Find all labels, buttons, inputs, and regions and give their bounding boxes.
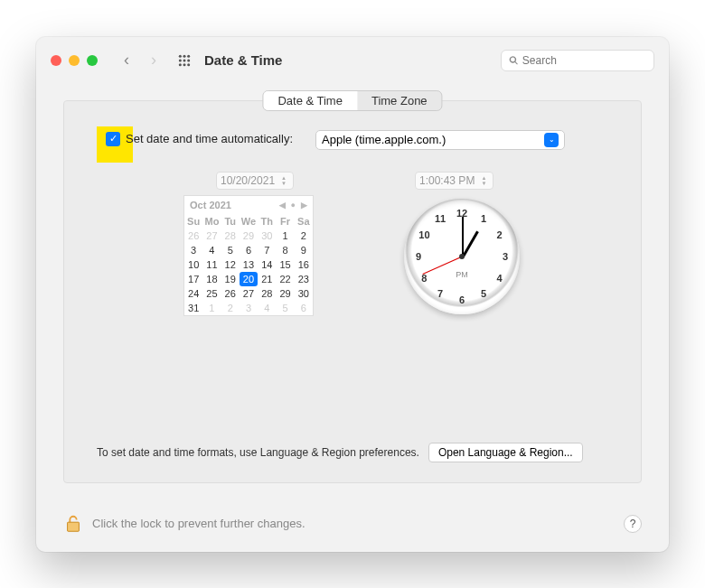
calendar-day[interactable]: 4	[202, 243, 221, 257]
back-button[interactable]: ‹	[116, 50, 137, 71]
calendar-day[interactable]: 20	[240, 272, 258, 286]
calendar-day[interactable]: 12	[221, 257, 240, 272]
calendar-day[interactable]: 3	[240, 301, 258, 315]
calendar-day[interactable]: 6	[240, 243, 258, 257]
calendar-day[interactable]: 31	[184, 301, 202, 315]
window-controls	[51, 55, 98, 66]
clock-number: 9	[416, 251, 421, 262]
close-button[interactable]	[51, 55, 61, 66]
zoom-button[interactable]	[87, 55, 98, 66]
calendar-day[interactable]: 28	[258, 286, 276, 301]
window-title: Date & Time	[204, 52, 282, 68]
calendar-day[interactable]: 29	[240, 229, 258, 243]
calendar-day[interactable]: 9	[295, 243, 313, 257]
chevron-down-icon: ⌄	[544, 133, 559, 147]
calendar-day[interactable]: 27	[240, 286, 258, 301]
search-field[interactable]	[501, 50, 654, 71]
calendar-day[interactable]: 17	[184, 272, 202, 286]
calendar-dow: Su	[184, 214, 202, 229]
search-input[interactable]	[522, 54, 646, 67]
calendar-day[interactable]: 13	[240, 257, 258, 272]
time-field[interactable]: 1:00:43 PM ▲▼	[415, 172, 494, 190]
clock-number: 8	[421, 273, 427, 284]
calendar-day[interactable]: 26	[221, 286, 240, 301]
clock-number: 11	[435, 213, 446, 224]
calendar-day[interactable]: 7	[258, 243, 276, 257]
clock-number: 1	[481, 213, 486, 224]
calendar-day[interactable]: 3	[184, 243, 202, 257]
forward-button[interactable]: ›	[143, 50, 164, 71]
calendar-day[interactable]: 24	[184, 286, 202, 301]
help-button[interactable]: ?	[624, 515, 642, 533]
calendar-day[interactable]: 5	[276, 301, 294, 315]
calendar-day[interactable]: 5	[221, 243, 240, 257]
calendar-day[interactable]: 2	[295, 229, 313, 243]
calendar-day[interactable]: 21	[258, 272, 276, 286]
clock-number: 6	[459, 294, 465, 305]
cal-prev-icon[interactable]: ◀	[279, 201, 286, 210]
calendar-day[interactable]: 6	[295, 301, 313, 315]
calendar-grid: SuMoTuWeThFrSa26272829301234567891011121…	[184, 214, 313, 315]
calendar[interactable]: Oct 2021 ◀ ● ▶ SuMoTuWeThFrSa26272829301…	[183, 195, 314, 316]
calendar-day[interactable]: 10	[184, 257, 202, 272]
titlebar: ‹ › Date & Time	[36, 37, 669, 84]
calendar-dow: We	[240, 214, 258, 229]
time-server-select[interactable]: Apple (time.apple.com.) ⌄	[315, 130, 565, 150]
calendar-day[interactable]: 27	[202, 229, 221, 243]
hour-hand	[462, 230, 479, 257]
auto-datetime-checkbox[interactable]: ✓	[106, 132, 120, 146]
calendar-day[interactable]: 28	[221, 229, 240, 243]
nav-buttons: ‹ ›	[116, 50, 164, 71]
calendar-day[interactable]: 29	[276, 286, 294, 301]
clock-number: 2	[497, 229, 503, 240]
time-value: 1:00:43 PM	[419, 174, 475, 187]
calendar-dow: Th	[258, 214, 276, 229]
tab-date-time[interactable]: Date & Time	[263, 91, 357, 110]
svg-point-6	[179, 63, 182, 66]
svg-point-8	[187, 63, 190, 66]
auto-datetime-label: Set date and time automatically:	[126, 132, 293, 145]
calendar-day[interactable]: 2	[221, 301, 240, 315]
calendar-day[interactable]: 23	[295, 272, 313, 286]
clock-pin	[459, 254, 465, 259]
calendar-day[interactable]: 22	[276, 272, 294, 286]
svg-rect-9	[68, 522, 80, 531]
tab-time-zone[interactable]: Time Zone	[357, 91, 442, 110]
calendar-day[interactable]: 11	[202, 257, 221, 272]
calendar-dow: Fr	[276, 214, 294, 229]
calendar-day[interactable]: 19	[221, 272, 240, 286]
calendar-day[interactable]: 26	[184, 229, 202, 243]
cal-today-icon[interactable]: ●	[291, 201, 296, 210]
minimize-button[interactable]	[69, 55, 80, 66]
date-field[interactable]: 10/20/2021 ▲▼	[216, 172, 294, 190]
calendar-dow: Sa	[295, 214, 313, 229]
calendar-day[interactable]: 4	[258, 301, 276, 315]
calendar-dow: Tu	[221, 214, 240, 229]
calendar-day[interactable]: 18	[202, 272, 221, 286]
tab-bar: Date & Time Time Zone	[262, 90, 442, 111]
clock-number: 3	[503, 251, 508, 262]
open-language-region-button[interactable]: Open Language & Region...	[428, 443, 583, 462]
calendar-day[interactable]: 15	[276, 257, 294, 272]
clock-number: 5	[481, 288, 486, 299]
show-all-icon[interactable]	[175, 51, 193, 70]
calendar-day[interactable]: 25	[202, 286, 221, 301]
calendar-day[interactable]: 30	[295, 286, 313, 301]
content-panel: Date & Time Time Zone ✓ Set date and tim…	[63, 100, 642, 483]
calendar-header: Oct 2021 ◀ ● ▶	[184, 196, 313, 214]
date-stepper[interactable]: ▲▼	[278, 175, 289, 186]
time-server-value: Apple (time.apple.com.)	[322, 133, 446, 146]
time-stepper[interactable]: ▲▼	[478, 175, 489, 186]
cal-next-icon[interactable]: ▶	[301, 201, 307, 210]
lock-icon[interactable]	[63, 514, 83, 534]
clock-number: 12	[456, 208, 467, 219]
calendar-day[interactable]: 1	[276, 229, 294, 243]
calendar-month-label: Oct 2021	[190, 200, 231, 210]
calendar-day[interactable]: 30	[258, 229, 276, 243]
svg-point-2	[187, 54, 190, 57]
calendar-day[interactable]: 1	[202, 301, 221, 315]
calendar-day[interactable]: 14	[258, 257, 276, 272]
calendar-day[interactable]: 16	[295, 257, 313, 272]
calendar-day[interactable]: 8	[276, 243, 294, 257]
svg-point-0	[179, 54, 182, 57]
